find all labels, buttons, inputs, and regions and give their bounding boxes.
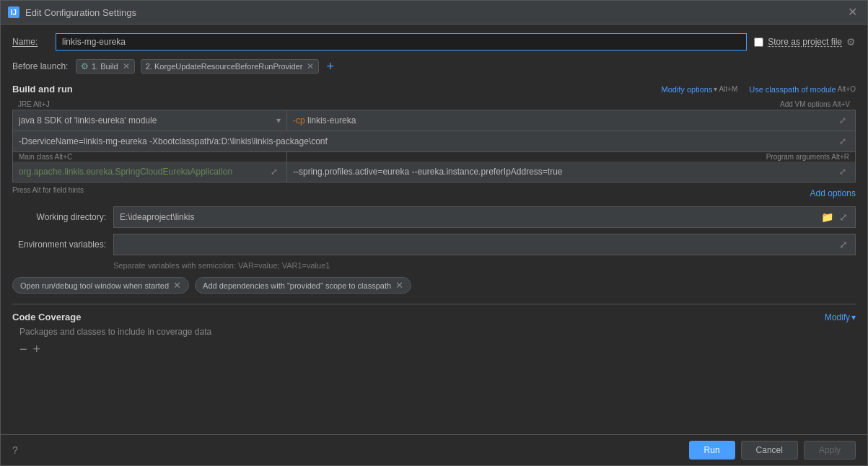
- app-icon: IJ: [8, 6, 19, 18]
- main-class-expand-icon[interactable]: ⤢: [268, 165, 281, 178]
- coverage-remove-button[interactable]: −: [19, 343, 27, 356]
- working-directory-browse-button[interactable]: 📁: [820, 210, 835, 224]
- coverage-description: Packages and classes to include in cover…: [12, 327, 856, 337]
- main-class-hint: Main class Alt+C: [13, 152, 287, 162]
- name-row: Name: Store as project file ⚙: [12, 33, 856, 50]
- env-variables-hint: Separate variables with semicolon: VAR=v…: [113, 261, 856, 270]
- title-bar: IJ Edit Configuration Settings ✕: [1, 1, 867, 25]
- dialog-footer: ? Run Cancel Apply: [1, 434, 867, 465]
- before-launch-item-1: ⚙ 1. Build ✕: [76, 59, 135, 74]
- cp-value: linkis-eureka: [307, 115, 356, 126]
- before-launch-item-1-close[interactable]: ✕: [123, 61, 130, 71]
- cp-text: -cp linkis-eureka: [293, 115, 356, 126]
- add-options-link[interactable]: Add options: [810, 188, 856, 198]
- working-directory-actions: 📁 ⤢: [820, 210, 849, 224]
- sdk-cp-hints: JRE Alt+J Add VM options Alt+V: [12, 100, 856, 108]
- sdk-select-text: java 8 SDK of 'linkis-eureka' module: [19, 115, 276, 126]
- store-project-label: Store as project file: [768, 37, 842, 47]
- modify-options-link[interactable]: Modify options ▾ Alt+M: [661, 85, 737, 94]
- before-launch-item-2-label: 2. KorgeUpdateResourceBeforeRunProvider: [146, 62, 303, 71]
- title-bar-left: IJ Edit Configuration Settings: [8, 6, 136, 18]
- cp-field[interactable]: -cp linkis-eureka ⤢: [287, 110, 855, 131]
- option-tag-2-close[interactable]: ✕: [395, 280, 403, 291]
- apply-button[interactable]: Apply: [804, 441, 856, 460]
- jre-hint: JRE Alt+J: [12, 100, 286, 108]
- dialog-title: Edit Configuration Settings: [25, 7, 136, 18]
- program-args-expand-icon[interactable]: ⤢: [836, 165, 849, 178]
- before-launch-item-1-label: 1. Build: [92, 62, 118, 71]
- before-launch-item-2-close[interactable]: ✕: [307, 61, 314, 71]
- working-directory-label: Working directory:: [12, 212, 106, 222]
- use-classpath-link[interactable]: Use classpath of module Alt+O: [749, 85, 856, 94]
- dialog-content: Name: Store as project file ⚙ Before lau…: [1, 25, 867, 434]
- add-vm-hint: Add VM options Alt+V: [286, 100, 856, 108]
- main-args-hint-row: Main class Alt+C Program arguments Alt+R: [13, 152, 855, 162]
- env-variables-input[interactable]: ⤢: [113, 234, 856, 255]
- env-variables-label: Environment variables:: [12, 239, 106, 250]
- vm-options-expand-icon[interactable]: ⤢: [836, 135, 849, 148]
- code-coverage-header: Code Coverage Modify ▾: [12, 312, 856, 322]
- sdk-cp-hint-row: JRE Alt+J Add VM options Alt+V: [12, 100, 856, 108]
- section-divider: [12, 304, 856, 304]
- code-coverage-modify-link[interactable]: Modify ▾: [825, 312, 856, 322]
- working-directory-value: E:\ideaproject\linkis: [120, 212, 817, 222]
- working-directory-input[interactable]: E:\ideaproject\linkis 📁 ⤢: [113, 206, 856, 228]
- add-before-launch-button[interactable]: +: [325, 60, 336, 73]
- edit-configuration-dialog: IJ Edit Configuration Settings ✕ Name: S…: [0, 0, 868, 466]
- program-args-field[interactable]: --spring.profiles.active=eureka --eureka…: [287, 162, 855, 182]
- working-directory-expand-button[interactable]: ⤢: [838, 210, 849, 224]
- coverage-tools: − +: [12, 343, 856, 356]
- program-args-hint: Program arguments Alt+R: [287, 152, 855, 162]
- option-tag-2: Add dependencies with "provided" scope t…: [195, 277, 411, 294]
- store-project-checkbox[interactable]: [754, 38, 763, 47]
- sdk-select-arrow: ▾: [276, 115, 281, 126]
- use-classpath-shortcut: Alt+O: [838, 85, 856, 93]
- cancel-button[interactable]: Cancel: [741, 441, 798, 460]
- main-class-field[interactable]: org.apache.linkis.eureka.SpringCloudEure…: [13, 162, 287, 182]
- before-launch-label: Before launch:: [12, 61, 70, 71]
- press-alt-hint: Press Alt for field hints: [12, 184, 84, 196]
- cp-keyword: -cp: [293, 115, 305, 126]
- vm-options-value: -DserviceName=linkis-mg-eureka -Xbootcla…: [19, 136, 328, 146]
- main-class-value: org.apache.linkis.eureka.SpringCloudEure…: [19, 167, 232, 177]
- close-button[interactable]: ✕: [845, 5, 860, 19]
- env-variables-row: Environment variables: ⤢: [12, 234, 856, 255]
- working-directory-row: Working directory: E:\ideaproject\linkis…: [12, 206, 856, 228]
- hints-row: Press Alt for field hints Add options: [12, 184, 856, 202]
- option-tag-1-label: Open run/debug tool window when started: [20, 281, 169, 290]
- program-args-value: --spring.profiles.active=eureka --eureka…: [293, 167, 563, 177]
- modify-chevron-icon: ▾: [851, 312, 856, 322]
- store-project-row: Store as project file ⚙: [754, 36, 856, 48]
- coverage-add-button[interactable]: +: [33, 343, 41, 356]
- option-tag-1-close[interactable]: ✕: [173, 280, 181, 291]
- build-icon: ⚙: [81, 61, 89, 71]
- vm-options-field[interactable]: -DserviceName=linkis-mg-eureka -Xbootcla…: [13, 131, 855, 151]
- name-input[interactable]: [56, 33, 747, 50]
- help-button[interactable]: ?: [12, 444, 18, 456]
- build-run-section-header: Build and run Modify options ▾ Alt+M Use…: [12, 84, 856, 94]
- sdk-select[interactable]: java 8 SDK of 'linkis-eureka' module ▾: [13, 110, 287, 131]
- name-label: Name:: [12, 37, 48, 47]
- env-variables-actions: ⤢: [838, 237, 849, 252]
- env-variables-expand-button[interactable]: ⤢: [838, 237, 849, 252]
- option-tag-1: Open run/debug tool window when started …: [12, 277, 189, 294]
- gear-icon[interactable]: ⚙: [846, 36, 856, 48]
- before-launch-item-2: 2. KorgeUpdateResourceBeforeRunProvider …: [141, 59, 320, 74]
- build-run-title: Build and run: [12, 84, 73, 94]
- run-button[interactable]: Run: [689, 441, 735, 460]
- modify-options-arrow: ▾: [714, 85, 717, 93]
- main-class-row: org.apache.linkis.eureka.SpringCloudEure…: [13, 162, 855, 182]
- footer-buttons: Run Cancel Apply: [689, 441, 856, 460]
- option-tag-2-label: Add dependencies with "provided" scope t…: [203, 281, 391, 290]
- modify-options-shortcut: Alt+M: [719, 85, 737, 93]
- build-run-grid: java 8 SDK of 'linkis-eureka' module ▾ -…: [12, 110, 856, 183]
- option-tags-row: Open run/debug tool window when started …: [12, 277, 856, 294]
- sdk-row: java 8 SDK of 'linkis-eureka' module ▾ -…: [13, 110, 855, 131]
- cp-expand-icon[interactable]: ⤢: [836, 114, 849, 127]
- before-launch-row: Before launch: ⚙ 1. Build ✕ 2. KorgeUpda…: [12, 59, 856, 74]
- vm-options-row: -DserviceName=linkis-mg-eureka -Xbootcla…: [13, 131, 855, 152]
- code-coverage-title: Code Coverage: [12, 312, 81, 322]
